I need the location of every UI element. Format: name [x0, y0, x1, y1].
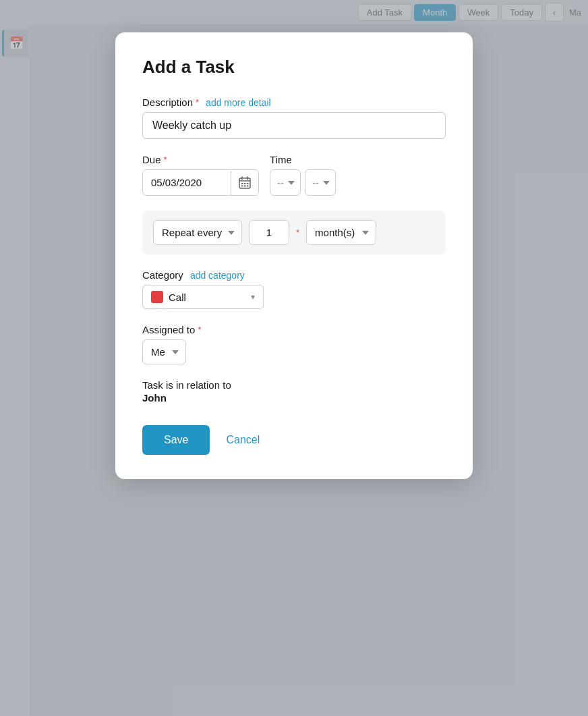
category-chevron-icon: ▾ — [251, 292, 255, 302]
category-color-dot — [151, 291, 163, 303]
time-minute-select[interactable]: -- — [305, 169, 336, 196]
svg-rect-5 — [244, 183, 246, 184]
add-task-modal: Add a Task Description * add more detail… — [115, 32, 473, 479]
category-select[interactable]: Call ▾ — [142, 285, 264, 309]
relation-label: Task is in relation to — [142, 379, 446, 391]
description-required: * — [196, 97, 199, 107]
due-label-row: Due * — [142, 154, 259, 165]
repeat-unit-select[interactable]: month(s) day(s) week(s) year(s) — [306, 220, 376, 245]
svg-rect-6 — [247, 183, 249, 184]
repeat-section: Repeat every * month(s) day(s) week(s) y… — [142, 211, 446, 254]
assigned-label: Assigned to — [142, 324, 195, 335]
add-category-link[interactable]: add category — [190, 270, 245, 281]
assigned-label-row: Assigned to * — [142, 324, 446, 335]
add-more-detail-link[interactable]: add more detail — [206, 97, 271, 108]
date-input[interactable] — [143, 170, 231, 195]
category-label-row: Category add category — [142, 269, 446, 281]
repeat-number-input[interactable] — [249, 220, 289, 245]
assigned-required: * — [198, 325, 201, 335]
category-label: Category — [142, 269, 183, 281]
time-label: Time — [270, 154, 292, 165]
assigned-section: Assigned to * Me — [142, 324, 446, 364]
time-selects: -- -- — [270, 169, 336, 196]
modal-title: Add a Task — [142, 57, 446, 78]
repeat-required: * — [296, 227, 299, 238]
repeat-select[interactable]: Repeat every — [153, 220, 242, 245]
assigned-select[interactable]: Me — [142, 339, 186, 364]
cancel-button[interactable]: Cancel — [223, 425, 262, 455]
svg-rect-7 — [241, 185, 243, 186]
calendar-grid-icon — [238, 176, 252, 190]
relation-section: Task is in relation to John — [142, 379, 446, 404]
description-label: Description — [142, 97, 193, 108]
relation-name: John — [142, 392, 446, 404]
description-label-row: Description * add more detail — [142, 97, 446, 108]
svg-rect-8 — [244, 185, 246, 186]
category-section: Category add category Call ▾ — [142, 269, 446, 309]
svg-rect-4 — [241, 183, 243, 184]
time-label-row: Time — [270, 154, 336, 165]
due-time-section: Due * — [142, 154, 446, 196]
time-hour-select[interactable]: -- — [270, 169, 301, 196]
modal-overlay: Add a Task Description * add more detail… — [0, 0, 588, 716]
calendar-picker-btn[interactable] — [231, 171, 258, 195]
time-field: Time -- -- — [270, 154, 336, 196]
date-input-wrapper — [142, 169, 259, 196]
due-label: Due — [142, 154, 161, 165]
save-button[interactable]: Save — [142, 425, 210, 455]
description-section: Description * add more detail — [142, 97, 446, 139]
due-required: * — [164, 155, 167, 165]
svg-rect-9 — [247, 185, 249, 186]
actions-row: Save Cancel — [142, 425, 446, 455]
description-input[interactable] — [142, 112, 446, 139]
due-field: Due * — [142, 154, 259, 196]
category-value: Call — [169, 292, 245, 303]
